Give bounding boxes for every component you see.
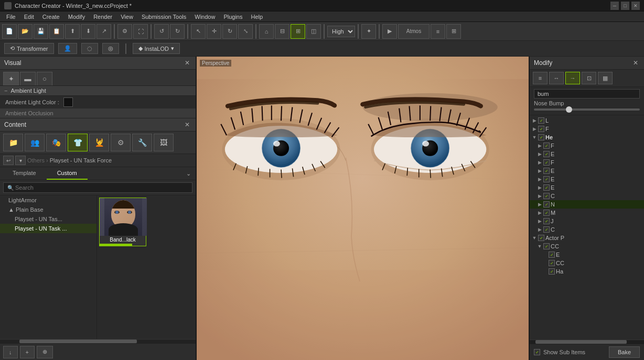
tab-collapse-btn[interactable]: ⌄ [183, 168, 194, 179]
export2-button[interactable]: ↗ [96, 24, 111, 39]
modify-icon-3[interactable]: ⊡ [582, 72, 596, 84]
tree-item-F1[interactable]: ▶ ✓ F [530, 125, 644, 133]
menu-window[interactable]: Window [190, 13, 219, 21]
tree-item-ActorP[interactable]: ▼ ✓ Actor P [530, 234, 644, 242]
content-scene-btn[interactable]: 🖼 [154, 134, 174, 151]
check-CC2[interactable]: ✓ [549, 260, 555, 266]
tree-item-E3[interactable]: ▶ ✓ E [530, 175, 644, 183]
undo-button[interactable]: ↺ [154, 24, 169, 39]
nose-bump-slider[interactable] [534, 108, 640, 111]
tree-item-J[interactable]: ▶ ✓ J [530, 217, 644, 225]
grid-button[interactable]: ⊞ [291, 24, 305, 39]
visual-tab-scene[interactable]: ▬ [20, 72, 36, 85]
instalod-button[interactable]: ◆ InstaLOD ▾ [133, 43, 180, 54]
check-F2[interactable]: ✓ [543, 143, 550, 149]
modify-icon-2[interactable]: → [565, 72, 580, 84]
tree-item-L[interactable]: ▶ ✓ L [530, 116, 644, 125]
tree-item-F3[interactable]: ▶ ✓ F [530, 158, 644, 167]
menu-modify[interactable]: Modify [64, 13, 89, 21]
tree-item-E2[interactable]: ▶ ✓ E [530, 167, 644, 175]
tree-item-N[interactable]: ▶ ✓ N [530, 200, 644, 209]
tree-item-CC2[interactable]: ✓ CC [530, 259, 644, 267]
tab-template[interactable]: Template [2, 167, 47, 180]
tree-item-CC1[interactable]: ▼ ✓ CC [530, 242, 644, 250]
ground-button[interactable]: ⊟ [275, 24, 289, 39]
slider-track[interactable] [534, 108, 640, 111]
content-hscroll-thumb[interactable] [19, 340, 137, 343]
camera-button[interactable]: ◫ [306, 24, 321, 39]
check-C1[interactable]: ✓ [543, 193, 550, 199]
check-Ha[interactable]: ✓ [549, 268, 555, 275]
check-J[interactable]: ✓ [543, 218, 550, 224]
breadcrumb-dropdown-btn[interactable]: ▾ [15, 156, 26, 165]
check-CC1[interactable]: ✓ [543, 243, 550, 249]
ambient-collapse[interactable]: − [4, 88, 7, 94]
tree-item-C2[interactable]: ▶ ✓ C [530, 225, 644, 234]
redo-button[interactable]: ↻ [170, 24, 185, 39]
menu-plugins[interactable]: Plugins [219, 13, 246, 21]
morph-button[interactable]: ◎ [102, 43, 119, 54]
transformer-button[interactable]: ⟲ Transformer [4, 43, 54, 54]
skin-button[interactable]: ◌ [81, 43, 98, 54]
check-E4[interactable]: ✓ [543, 184, 550, 191]
check-E3[interactable]: ✓ [543, 176, 550, 182]
menu-help[interactable]: Help [246, 13, 267, 21]
breadcrumb-back-btn[interactable]: ↩ [3, 156, 14, 165]
check-F1[interactable]: ✓ [538, 126, 544, 132]
check-N[interactable]: ✓ [543, 201, 550, 208]
menu-render[interactable]: Render [89, 13, 116, 21]
check-L[interactable]: ✓ [538, 117, 544, 124]
settings-button[interactable]: ≡ [431, 24, 445, 39]
content-hscrollbar[interactable] [0, 339, 196, 343]
menu-submission[interactable]: Submission Tools [137, 13, 190, 21]
content-hair-btn[interactable]: 💆 [89, 134, 109, 151]
rotate-button[interactable]: ↻ [222, 24, 237, 39]
menu-view[interactable]: View [116, 13, 137, 21]
content-acc-btn[interactable]: ⚙ [111, 134, 131, 151]
menu-file[interactable]: File [2, 13, 20, 21]
modify-close[interactable]: ✕ [631, 59, 640, 67]
check-M1[interactable]: ✓ [543, 210, 550, 216]
content-panel-close[interactable]: ✕ [183, 121, 191, 129]
move-button[interactable]: ✛ [207, 24, 221, 39]
scale-button[interactable]: ⤡ [238, 24, 253, 39]
list-item-3[interactable]: Playset - UN Task ... [0, 224, 96, 233]
floor-button[interactable]: ⌂ [259, 24, 274, 39]
modify-icon-4[interactable]: ▦ [598, 72, 613, 84]
tree-item-C1[interactable]: ▶ ✓ C [530, 192, 644, 200]
modify-icon-1[interactable]: ↔ [549, 72, 564, 84]
save-button[interactable]: 💾 [34, 24, 48, 39]
tree-item-F2[interactable]: ▶ ✓ F [530, 141, 644, 150]
check-E1[interactable]: ✓ [543, 151, 550, 157]
save-as-button[interactable]: 📋 [49, 24, 64, 39]
export-button[interactable]: ⬇ [81, 24, 95, 39]
menu-edit[interactable]: Edit [20, 13, 38, 21]
close-button[interactable]: ✕ [631, 2, 640, 10]
check-C2[interactable]: ✓ [543, 226, 550, 233]
visual-tab-camera[interactable]: ○ [37, 72, 52, 85]
tree-item-Ha[interactable]: ✓ Ha [530, 267, 644, 276]
search-input[interactable] [3, 182, 192, 193]
content-morph-btn[interactable]: 🎭 [46, 134, 66, 151]
light-button[interactable]: ✦ [361, 24, 376, 39]
tree-item-He[interactable]: ▼ ✓ He [530, 133, 644, 141]
anim-button[interactable]: ▶ [382, 24, 397, 39]
list-item-0[interactable]: LightArmor [0, 195, 96, 205]
add-attach-button[interactable]: ⊕ [37, 346, 53, 358]
burn-input[interactable] [534, 89, 640, 99]
download-button[interactable]: ↓ [3, 346, 18, 358]
slider-thumb[interactable] [566, 106, 572, 113]
modify-hscrollbar[interactable] [530, 340, 644, 344]
quality-dropdown[interactable]: High [327, 26, 355, 37]
visual-panel-close[interactable]: ✕ [183, 59, 191, 67]
tree-item-E1[interactable]: ▶ ✓ E [530, 150, 644, 158]
body-shape-button[interactable]: 👤 [58, 43, 77, 54]
check-ActorP[interactable]: ✓ [538, 235, 544, 241]
check-E5[interactable]: ✓ [549, 252, 555, 258]
content-clothing-btn[interactable]: 👕 [68, 134, 88, 151]
show-sub-items-check[interactable]: ✓ [534, 349, 540, 355]
thumb-item-0[interactable]: Band...lack [99, 198, 146, 246]
modify-icon-0[interactable]: ≡ [533, 72, 548, 84]
modify-hscroll-thumb[interactable] [535, 340, 627, 344]
atmos-button[interactable]: Atmos [398, 24, 430, 39]
